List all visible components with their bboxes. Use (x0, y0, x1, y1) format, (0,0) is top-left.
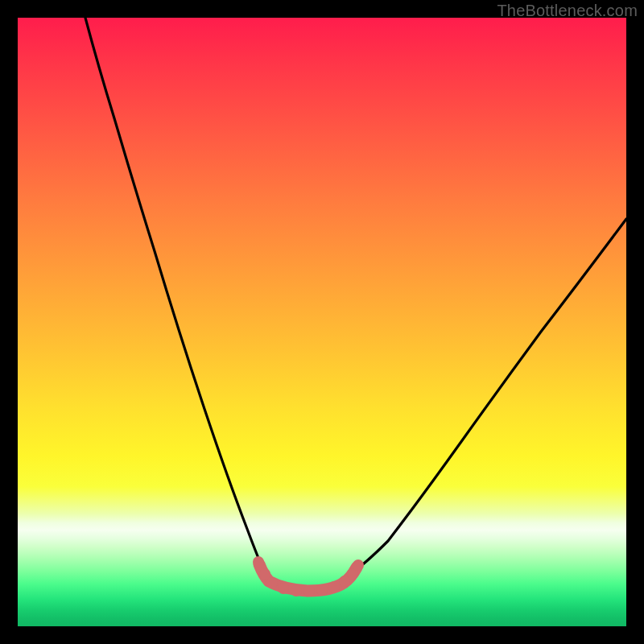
right-curve (351, 219, 626, 573)
plot-area (18, 18, 626, 626)
svg-point-7 (328, 581, 340, 592)
bottleneck-chart: TheBottleneck.com (0, 0, 644, 644)
svg-point-5 (303, 585, 315, 597)
svg-point-4 (291, 585, 302, 597)
svg-point-3 (278, 583, 289, 594)
svg-point-0 (253, 556, 264, 568)
svg-point-1 (259, 568, 270, 580)
svg-point-10 (353, 559, 364, 571)
svg-point-2 (266, 577, 278, 588)
marker-dots (253, 556, 364, 597)
watermark-text: TheBottleneck.com (497, 2, 638, 20)
curve-layer (18, 18, 626, 626)
svg-point-6 (316, 584, 328, 596)
left-curve (85, 18, 265, 573)
